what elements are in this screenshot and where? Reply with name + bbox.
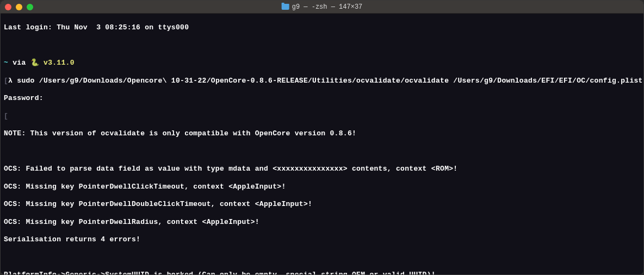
ocs-line-3: OCS: Missing key PointerDwellDoubleClick…	[4, 200, 640, 209]
folder-icon	[282, 4, 289, 10]
minimize-button[interactable]	[16, 4, 22, 10]
ocs-line-4: OCS: Missing key PointerDwellRadius, con…	[4, 218, 640, 227]
blank-line	[4, 253, 640, 262]
serial-line: Serialisation returns 4 errors!	[4, 235, 640, 244]
prompt-line-1: ~ via 🐍 v3.11.0	[4, 59, 640, 67]
blank-line	[4, 147, 640, 156]
bracket-line: [	[4, 112, 640, 121]
ocs-line-1: OCS: Failed to parse data field as value…	[4, 165, 640, 173]
window-title: g9 — -zsh — 147×37	[282, 3, 363, 11]
titlebar[interactable]: g9 — -zsh — 147×37	[1, 1, 643, 14]
blank-line	[4, 41, 640, 50]
last-login-line: Last login: Thu Nov 3 08:25:16 on ttys00…	[4, 23, 640, 32]
traffic-lights	[5, 4, 33, 10]
ocs-line-2: OCS: Missing key PointerDwellClickTimeou…	[4, 183, 640, 191]
note-line: NOTE: This version of ocvalidate is only…	[4, 129, 640, 138]
terminal-window: g9 — -zsh — 147×37 Last login: Thu Nov 3…	[0, 0, 644, 275]
password-line: Password:	[4, 94, 640, 103]
maximize-button[interactable]	[27, 4, 33, 10]
snake-icon: 🐍	[30, 59, 39, 67]
close-button[interactable]	[5, 4, 11, 10]
window-title-text: g9 — -zsh — 147×37	[292, 3, 363, 11]
platform-line: PlatformInfo->Generic->SystemUUID is bor…	[4, 271, 640, 275]
command-line: [λ sudo /Users/g9/Downloads/Opencore\ 10…	[4, 77, 640, 85]
terminal-content[interactable]: Last login: Thu Nov 3 08:25:16 on ttys00…	[1, 14, 643, 275]
